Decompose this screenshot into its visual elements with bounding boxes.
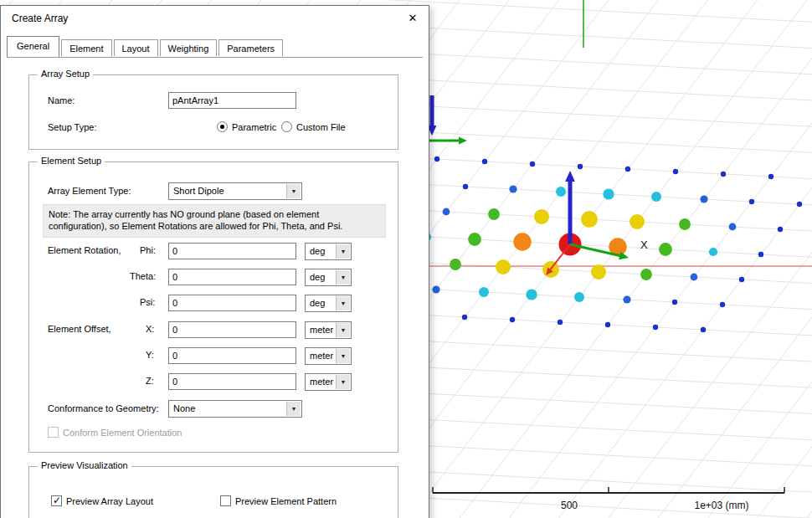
array-element-type-label: Array Element Type: [48, 186, 131, 196]
ground-plane-note: Note: The array currently has NO ground … [43, 204, 386, 238]
array-element-dot [603, 188, 614, 199]
array-element-dot [558, 320, 563, 325]
conformance-combo[interactable]: None ▼ [168, 400, 302, 418]
chevron-down-icon[interactable]: ▼ [286, 184, 301, 198]
name-label: Name: [48, 95, 75, 105]
array-name-input[interactable] [168, 92, 296, 109]
array-element-dot [651, 192, 661, 202]
parametric-radio[interactable] [217, 121, 228, 132]
offset-x-input[interactable] [168, 321, 296, 338]
array-element-dot [709, 248, 717, 256]
tab-bar: GeneralElementLayoutWeightingParameters [7, 36, 285, 59]
offset-z-unit-combo[interactable]: meter ▼ [305, 373, 352, 391]
close-icon[interactable]: ✕ [397, 6, 429, 31]
offset-y-label: Y: [146, 350, 154, 360]
dialog-title: Create Array [12, 13, 68, 24]
array-element-dot [729, 223, 737, 231]
offset-y-unit-value: meter [310, 351, 333, 361]
chevron-down-icon[interactable]: ▼ [336, 375, 350, 389]
array-element-dot [479, 287, 489, 297]
offset-z-label: Z: [146, 376, 154, 386]
tab-element[interactable]: Element [61, 39, 111, 56]
array-element-dot [679, 218, 691, 230]
chevron-down-icon[interactable]: ▼ [286, 402, 301, 416]
psi-label: Psi: [140, 297, 155, 307]
array-element-dot [625, 167, 630, 172]
psi-unit-value: deg [310, 298, 325, 308]
array-element-dot [623, 295, 630, 303]
array-setup-legend: Array Setup [38, 69, 93, 79]
dialog-titlebar[interactable]: Create Array ✕ [1, 6, 429, 31]
psi-input[interactable] [168, 295, 296, 311]
array-element-dot [720, 302, 725, 307]
element-setup-group: Element Setup Array Element Type: Short … [28, 162, 398, 453]
array-element-dot [450, 259, 461, 270]
conform-element-orientation-checkbox [48, 427, 59, 438]
psi-unit-combo[interactable]: deg ▼ [305, 295, 352, 312]
chevron-down-icon[interactable]: ▼ [336, 244, 350, 259]
preview-element-pattern-checkbox[interactable] [220, 495, 231, 506]
tab-layout[interactable]: Layout [114, 39, 158, 56]
element-offset-label: Element Offset, [48, 324, 111, 334]
offset-y-unit-combo[interactable]: meter ▼ [305, 347, 352, 365]
chevron-down-icon[interactable]: ▼ [336, 270, 350, 285]
parametric-radio-label: Parametric [232, 122, 276, 132]
x-axis-label: X [640, 238, 648, 251]
scale-label-end: 1e+03 (mm) [694, 500, 748, 511]
phi-unit-combo[interactable]: deg ▼ [305, 243, 352, 260]
array-element-dot [653, 325, 658, 330]
offset-z-unit-value: meter [310, 377, 333, 387]
array-element-dot [496, 259, 511, 274]
preview-visualization-legend: Preview Visualization [38, 460, 131, 470]
array-element-dot [468, 233, 481, 246]
array-element-dot [758, 252, 763, 257]
offset-x-label: X: [146, 324, 154, 334]
array-element-dot [526, 289, 537, 300]
theta-unit-combo[interactable]: deg ▼ [305, 269, 352, 286]
phi-label: Phi: [140, 245, 156, 255]
custom-file-radio[interactable] [281, 121, 292, 132]
theta-label: Theta: [130, 271, 156, 281]
array-element-dot [434, 156, 439, 162]
array-element-type-combo[interactable]: Short Dipole ▼ [168, 182, 302, 200]
array-element-dot [640, 269, 652, 280]
array-element-dot [482, 159, 487, 164]
conformance-value: None [173, 403, 195, 413]
conform-element-orientation-label: Conform Element Orientation [63, 428, 182, 438]
array-element-dot [432, 285, 439, 293]
array-element-dot [443, 208, 450, 216]
array-element-dot [556, 187, 566, 197]
chevron-down-icon[interactable]: ▼ [336, 296, 350, 310]
array-element-dot [691, 274, 698, 281]
custom-file-radio-label: Custom File [296, 122, 346, 132]
application-window: X5001e+03 (mm) Create Array ✕ GeneralEle… [0, 0, 812, 518]
tab-weighting[interactable]: Weighting [160, 39, 218, 56]
phi-input[interactable] [168, 243, 296, 259]
tab-general[interactable]: General [7, 36, 59, 57]
phi-unit-value: deg [310, 246, 325, 256]
array-element-dot [581, 211, 598, 228]
array-element-type-value: Short Dipole [173, 186, 224, 196]
theta-input[interactable] [168, 269, 296, 285]
scale-label-mid: 500 [561, 500, 578, 511]
offset-y-input[interactable] [168, 347, 296, 364]
theta-unit-value: deg [310, 272, 325, 282]
offset-x-unit-combo[interactable]: meter ▼ [305, 321, 352, 339]
offset-z-input[interactable] [168, 373, 296, 390]
preview-array-layout-checkbox[interactable] [51, 495, 62, 506]
preview-visualization-group: Preview Visualization Preview Array Layo… [28, 466, 398, 518]
array-element-dot [739, 277, 744, 282]
array-element-dot [721, 172, 726, 177]
element-rotation-label: Element Rotation, [48, 245, 121, 255]
array-element-dot [510, 317, 515, 322]
array-element-dot [778, 227, 783, 232]
conformance-label: Conformance to Geometry: [48, 403, 159, 413]
chevron-down-icon[interactable]: ▼ [336, 323, 350, 337]
preview-array-layout-label: Preview Array Layout [66, 496, 153, 506]
array-element-dot [509, 185, 516, 192]
array-element-dot [591, 264, 606, 280]
array-element-dot [534, 209, 549, 224]
chevron-down-icon[interactable]: ▼ [336, 349, 350, 363]
tab-parameters[interactable]: Parameters [218, 39, 283, 56]
create-array-dialog: Create Array ✕ GeneralElementLayoutWeigh… [0, 5, 429, 518]
